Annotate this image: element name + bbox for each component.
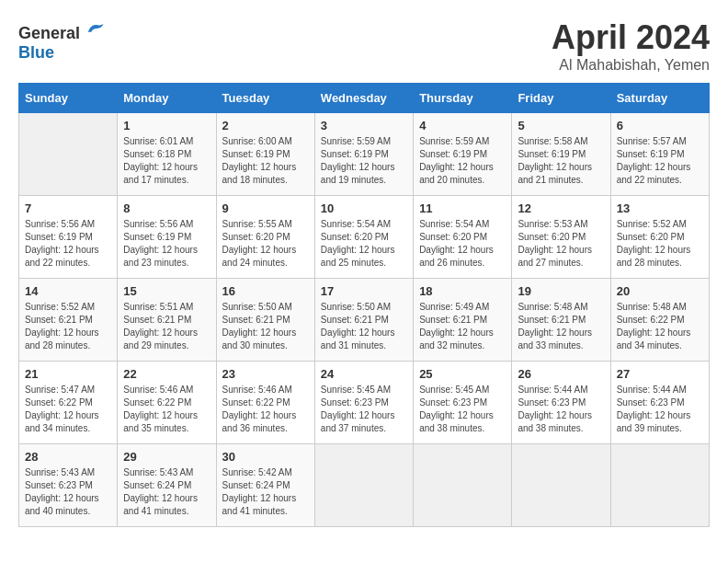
cell-text: Sunrise: 6:01 AMSunset: 6:18 PMDaylight:… bbox=[123, 135, 210, 187]
calendar-cell: 24Sunrise: 5:45 AMSunset: 6:23 PMDayligh… bbox=[314, 362, 413, 444]
cell-text: Sunrise: 5:59 AMSunset: 6:19 PMDaylight:… bbox=[321, 135, 407, 187]
day-number: 13 bbox=[617, 201, 703, 215]
day-header-thursday: Thursday bbox=[414, 84, 512, 113]
day-number: 4 bbox=[419, 119, 506, 132]
calendar-cell: 9Sunrise: 5:55 AMSunset: 6:20 PMDaylight… bbox=[216, 196, 314, 279]
calendar-cell: 11Sunrise: 5:54 AMSunset: 6:20 PMDayligh… bbox=[414, 196, 512, 279]
calendar-cell: 14Sunrise: 5:52 AMSunset: 6:21 PMDayligh… bbox=[19, 279, 118, 362]
cell-text: Sunrise: 5:43 AMSunset: 6:23 PMDaylight:… bbox=[25, 466, 111, 518]
calendar-cell: 7Sunrise: 5:56 AMSunset: 6:19 PMDaylight… bbox=[19, 196, 118, 279]
cell-text: Sunrise: 5:52 AMSunset: 6:21 PMDaylight:… bbox=[25, 301, 111, 352]
calendar-cell: 19Sunrise: 5:48 AMSunset: 6:21 PMDayligh… bbox=[512, 279, 610, 362]
day-number: 24 bbox=[321, 367, 407, 381]
calendar-cell: 13Sunrise: 5:52 AMSunset: 6:20 PMDayligh… bbox=[610, 196, 709, 279]
calendar-cell: 1Sunrise: 6:01 AMSunset: 6:18 PMDaylight… bbox=[118, 113, 216, 196]
cell-text: Sunrise: 5:56 AMSunset: 6:19 PMDaylight:… bbox=[25, 218, 111, 270]
calendar-cell: 4Sunrise: 5:59 AMSunset: 6:19 PMDaylight… bbox=[414, 113, 512, 196]
cell-text: Sunrise: 5:58 AMSunset: 6:19 PMDaylight:… bbox=[518, 135, 604, 187]
cell-text: Sunrise: 5:44 AMSunset: 6:23 PMDaylight:… bbox=[617, 384, 703, 435]
calendar-cell: 21Sunrise: 5:47 AMSunset: 6:22 PMDayligh… bbox=[19, 362, 118, 444]
calendar-cell: 6Sunrise: 5:57 AMSunset: 6:19 PMDaylight… bbox=[610, 113, 709, 196]
day-number: 29 bbox=[123, 450, 210, 464]
cell-text: Sunrise: 5:50 AMSunset: 6:21 PMDaylight:… bbox=[321, 301, 407, 352]
calendar-cell bbox=[610, 444, 709, 527]
calendar-cell: 5Sunrise: 5:58 AMSunset: 6:19 PMDaylight… bbox=[512, 113, 610, 196]
calendar-cell: 8Sunrise: 5:56 AMSunset: 6:19 PMDaylight… bbox=[118, 196, 216, 279]
calendar-cell: 30Sunrise: 5:42 AMSunset: 6:24 PMDayligh… bbox=[216, 444, 314, 527]
logo-general: General bbox=[18, 24, 80, 42]
day-number: 16 bbox=[222, 284, 309, 298]
cell-text: Sunrise: 5:49 AMSunset: 6:21 PMDaylight:… bbox=[419, 301, 506, 352]
day-number: 3 bbox=[321, 119, 407, 132]
calendar-cell: 16Sunrise: 5:50 AMSunset: 6:21 PMDayligh… bbox=[216, 279, 314, 362]
calendar-cell: 18Sunrise: 5:49 AMSunset: 6:21 PMDayligh… bbox=[414, 279, 512, 362]
cell-text: Sunrise: 5:54 AMSunset: 6:20 PMDaylight:… bbox=[419, 218, 506, 270]
day-number: 28 bbox=[25, 450, 111, 464]
day-number: 18 bbox=[419, 284, 506, 298]
day-header-wednesday: Wednesday bbox=[314, 84, 413, 113]
cell-text: Sunrise: 5:50 AMSunset: 6:21 PMDaylight:… bbox=[222, 301, 309, 352]
calendar-table: SundayMondayTuesdayWednesdayThursdayFrid… bbox=[18, 83, 710, 527]
calendar-cell: 26Sunrise: 5:44 AMSunset: 6:23 PMDayligh… bbox=[512, 362, 610, 444]
calendar-week-row: 14Sunrise: 5:52 AMSunset: 6:21 PMDayligh… bbox=[19, 279, 710, 362]
calendar-cell: 2Sunrise: 6:00 AMSunset: 6:19 PMDaylight… bbox=[216, 113, 314, 196]
cell-text: Sunrise: 5:44 AMSunset: 6:23 PMDaylight:… bbox=[518, 384, 604, 435]
calendar-cell: 17Sunrise: 5:50 AMSunset: 6:21 PMDayligh… bbox=[314, 279, 413, 362]
calendar-cell: 29Sunrise: 5:43 AMSunset: 6:24 PMDayligh… bbox=[118, 444, 216, 527]
day-header-monday: Monday bbox=[118, 84, 216, 113]
cell-text: Sunrise: 5:53 AMSunset: 6:20 PMDaylight:… bbox=[518, 218, 604, 270]
cell-text: Sunrise: 5:57 AMSunset: 6:19 PMDaylight:… bbox=[617, 135, 703, 187]
calendar-cell: 12Sunrise: 5:53 AMSunset: 6:20 PMDayligh… bbox=[512, 196, 610, 279]
day-number: 9 bbox=[222, 201, 309, 215]
day-number: 15 bbox=[123, 284, 210, 298]
day-number: 2 bbox=[222, 119, 309, 132]
cell-text: Sunrise: 5:45 AMSunset: 6:23 PMDaylight:… bbox=[321, 384, 407, 435]
calendar-header-row: SundayMondayTuesdayWednesdayThursdayFrid… bbox=[19, 84, 710, 113]
day-number: 8 bbox=[123, 201, 210, 215]
logo: General Blue bbox=[18, 18, 105, 63]
cell-text: Sunrise: 5:48 AMSunset: 6:21 PMDaylight:… bbox=[518, 301, 604, 352]
day-number: 11 bbox=[419, 201, 506, 215]
cell-text: Sunrise: 5:48 AMSunset: 6:22 PMDaylight:… bbox=[617, 301, 703, 352]
day-number: 27 bbox=[617, 367, 703, 381]
day-number: 10 bbox=[321, 201, 407, 215]
cell-text: Sunrise: 5:47 AMSunset: 6:22 PMDaylight:… bbox=[25, 384, 111, 435]
title-block: April 2024 Al Mahabishah, Yemen bbox=[552, 18, 710, 74]
cell-text: Sunrise: 5:43 AMSunset: 6:24 PMDaylight:… bbox=[123, 466, 210, 518]
day-number: 25 bbox=[419, 367, 506, 381]
day-number: 23 bbox=[222, 367, 309, 381]
logo-text: General Blue bbox=[18, 18, 105, 63]
page-header: General Blue April 2024 Al Mahabishah, Y… bbox=[18, 18, 710, 74]
calendar-week-row: 1Sunrise: 6:01 AMSunset: 6:18 PMDaylight… bbox=[19, 113, 710, 196]
calendar-cell bbox=[19, 113, 118, 196]
calendar-cell: 3Sunrise: 5:59 AMSunset: 6:19 PMDaylight… bbox=[314, 113, 413, 196]
calendar-cell: 25Sunrise: 5:45 AMSunset: 6:23 PMDayligh… bbox=[414, 362, 512, 444]
calendar-week-row: 28Sunrise: 5:43 AMSunset: 6:23 PMDayligh… bbox=[19, 444, 710, 527]
calendar-cell bbox=[512, 444, 610, 527]
day-number: 19 bbox=[518, 284, 604, 298]
day-number: 20 bbox=[617, 284, 703, 298]
calendar-cell: 10Sunrise: 5:54 AMSunset: 6:20 PMDayligh… bbox=[314, 196, 413, 279]
cell-text: Sunrise: 5:46 AMSunset: 6:22 PMDaylight:… bbox=[222, 384, 309, 435]
day-header-tuesday: Tuesday bbox=[216, 84, 314, 113]
day-number: 6 bbox=[617, 119, 703, 132]
calendar-cell: 27Sunrise: 5:44 AMSunset: 6:23 PMDayligh… bbox=[610, 362, 709, 444]
cell-text: Sunrise: 5:52 AMSunset: 6:20 PMDaylight:… bbox=[617, 218, 703, 270]
cell-text: Sunrise: 6:00 AMSunset: 6:19 PMDaylight:… bbox=[222, 135, 309, 187]
day-number: 22 bbox=[123, 367, 210, 381]
day-number: 5 bbox=[518, 119, 604, 132]
cell-text: Sunrise: 5:51 AMSunset: 6:21 PMDaylight:… bbox=[123, 301, 210, 352]
day-header-saturday: Saturday bbox=[610, 84, 709, 113]
location-title: Al Mahabishah, Yemen bbox=[552, 57, 710, 74]
calendar-cell bbox=[414, 444, 512, 527]
logo-blue: Blue bbox=[18, 43, 54, 62]
calendar-cell: 20Sunrise: 5:48 AMSunset: 6:22 PMDayligh… bbox=[610, 279, 709, 362]
month-title: April 2024 bbox=[552, 18, 710, 57]
day-header-friday: Friday bbox=[512, 84, 610, 113]
calendar-cell: 23Sunrise: 5:46 AMSunset: 6:22 PMDayligh… bbox=[216, 362, 314, 444]
day-number: 26 bbox=[518, 367, 604, 381]
logo-bird-icon bbox=[85, 18, 105, 39]
calendar-cell: 28Sunrise: 5:43 AMSunset: 6:23 PMDayligh… bbox=[19, 444, 118, 527]
day-header-sunday: Sunday bbox=[19, 84, 118, 113]
cell-text: Sunrise: 5:45 AMSunset: 6:23 PMDaylight:… bbox=[419, 384, 506, 435]
